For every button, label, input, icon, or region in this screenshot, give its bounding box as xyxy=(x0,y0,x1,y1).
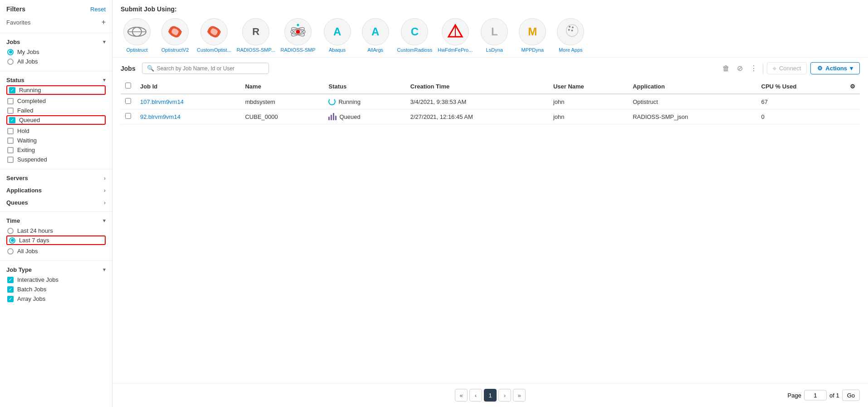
row-checkbox[interactable] xyxy=(125,113,131,119)
reset-button[interactable]: Reset xyxy=(90,6,106,13)
actions-button[interactable]: ⚙ Actions ▾ xyxy=(810,62,860,74)
go-button[interactable]: Go xyxy=(842,390,860,401)
job-id-link[interactable]: 92.blrvm9vm14 xyxy=(140,113,180,120)
select-all-checkbox[interactable] xyxy=(125,83,131,88)
app-mppdyna-label: MPPDyna xyxy=(521,47,544,53)
filter-waiting[interactable]: Waiting xyxy=(6,136,106,145)
page-1-button[interactable]: 1 xyxy=(484,389,497,402)
filter-batch-jobs[interactable]: Batch Jobs xyxy=(6,284,106,294)
filter-hold[interactable]: Hold xyxy=(6,126,106,136)
interactive-jobs-checkbox[interactable] xyxy=(7,277,14,283)
app-optistructv2[interactable]: OptistructV2 xyxy=(159,18,191,53)
th-select-all[interactable] xyxy=(121,79,136,94)
app-allargs[interactable]: A AllArgs xyxy=(359,18,392,53)
queues-section-row[interactable]: Queues › xyxy=(0,196,112,209)
last-24h-radio[interactable] xyxy=(7,228,14,234)
filter-failed[interactable]: Failed xyxy=(6,106,106,115)
last-page-button[interactable]: » xyxy=(513,389,526,402)
running-checkbox[interactable] xyxy=(9,87,15,93)
radioss-smp-icon xyxy=(289,23,307,40)
queued-checkbox[interactable] xyxy=(9,117,15,123)
jobs-section-header[interactable]: Jobs ▾ xyxy=(6,39,106,45)
filter-exiting[interactable]: Exiting xyxy=(6,145,106,155)
optistructv2-icon xyxy=(166,23,184,41)
app-more-apps[interactable]: More Apps xyxy=(554,18,587,53)
jobs-filter-section: Jobs ▾ My Jobs All Jobs xyxy=(0,36,112,68)
job-cpu: 67 xyxy=(757,94,846,109)
app-abaqus-label: Abaqus xyxy=(329,47,346,53)
more-options-button[interactable]: ⋮ xyxy=(748,62,759,74)
filter-last-24h[interactable]: Last 24 hours xyxy=(6,226,106,235)
job-name: mbdsystem xyxy=(240,94,324,109)
time-section-header[interactable]: Time ▾ xyxy=(6,217,106,224)
filter-my-jobs[interactable]: My Jobs xyxy=(6,47,106,57)
last-7days-radio[interactable] xyxy=(9,237,15,244)
my-jobs-radio[interactable] xyxy=(7,49,14,55)
sidebar: Filters Reset Favorites + Jobs ▾ My Jobs… xyxy=(0,0,112,407)
th-user-name: User Name xyxy=(549,79,628,94)
failed-checkbox[interactable] xyxy=(7,108,14,114)
app-optistruct[interactable]: Optistruct xyxy=(121,18,153,53)
customoptist-icon xyxy=(205,23,223,41)
optistruct-icon xyxy=(127,25,146,38)
filter-all-jobs[interactable]: All Jobs xyxy=(6,57,106,66)
app-optistruct-label: Optistruct xyxy=(126,47,147,53)
filter-suspended[interactable]: Suspended xyxy=(6,155,106,164)
batch-jobs-checkbox[interactable] xyxy=(7,286,14,293)
all-jobs-radio[interactable] xyxy=(7,59,14,65)
filter-array-jobs[interactable]: Array Jobs xyxy=(6,294,106,304)
app-radioss-smp[interactable]: RADIOSS-SMP xyxy=(281,18,316,53)
array-jobs-checkbox[interactable] xyxy=(7,296,14,302)
hold-checkbox[interactable] xyxy=(7,128,14,134)
suspended-checkbox[interactable] xyxy=(7,157,14,163)
add-favorite-button[interactable]: + xyxy=(102,18,106,26)
app-abaqus[interactable]: A Abaqus xyxy=(321,18,354,53)
job-type-section-header[interactable]: Job Type ▾ xyxy=(6,266,106,273)
connect-button[interactable]: ⎆ Connect xyxy=(767,62,807,74)
search-input[interactable] xyxy=(157,65,264,72)
svg-point-14 xyxy=(573,28,575,30)
page-label: Page xyxy=(788,392,801,399)
app-mppdyna[interactable]: M MPPDyna xyxy=(516,18,549,53)
all-jobs-time-radio[interactable] xyxy=(7,248,14,255)
app-allargs-label: AllArgs xyxy=(367,47,383,53)
exiting-checkbox[interactable] xyxy=(7,147,14,153)
first-page-button[interactable]: « xyxy=(455,389,468,402)
search-box[interactable]: 🔍 xyxy=(142,63,269,74)
th-settings[interactable]: ⚙ xyxy=(845,79,860,94)
servers-section-row[interactable]: Servers › xyxy=(0,172,112,184)
next-page-button[interactable]: › xyxy=(498,389,511,402)
app-hwfdm[interactable]: HwFdmFePro... xyxy=(438,18,473,53)
app-lsdyna[interactable]: L LsDyna xyxy=(478,18,511,53)
table-row: 107.blrvm9vm14mbdsystemRunning3/4/2021, … xyxy=(121,94,860,109)
filter-last-7days[interactable]: Last 7 days xyxy=(6,235,106,245)
job-settings xyxy=(845,94,860,109)
hwfdm-icon xyxy=(447,23,464,40)
abaqus-letter: A xyxy=(333,25,341,38)
app-customradioss[interactable]: C CustomRadioss xyxy=(397,18,433,53)
completed-checkbox[interactable] xyxy=(7,98,14,104)
page-input[interactable] xyxy=(804,390,827,401)
filter-running[interactable]: Running xyxy=(6,85,106,95)
connect-icon: ⎆ xyxy=(773,65,776,72)
filter-interactive-jobs[interactable]: Interactive Jobs xyxy=(6,275,106,284)
row-checkbox[interactable] xyxy=(125,98,131,104)
th-name: Name xyxy=(240,79,324,94)
waiting-checkbox[interactable] xyxy=(7,137,14,144)
svg-point-7 xyxy=(297,24,299,26)
filter-all-jobs-time[interactable]: All Jobs xyxy=(6,246,106,256)
app-radioss-smp-dots[interactable]: R RADIOSS-SMP... xyxy=(237,18,275,53)
customradioss-letter: C xyxy=(411,25,419,38)
filter-completed[interactable]: Completed xyxy=(6,96,106,106)
app-customoptist[interactable]: CustomOptist... xyxy=(197,18,231,53)
lsdyna-letter: L xyxy=(491,25,498,38)
filter-queued[interactable]: Queued xyxy=(6,115,106,125)
running-spinner-icon xyxy=(328,98,336,105)
delete-button[interactable]: 🗑 xyxy=(721,63,731,74)
cancel-button[interactable]: ⊘ xyxy=(735,62,745,74)
job-id-link[interactable]: 107.blrvm9vm14 xyxy=(140,98,184,105)
status-section-header[interactable]: Status ▾ xyxy=(6,77,106,83)
applications-section-row[interactable]: Applications › xyxy=(0,184,112,196)
prev-page-button[interactable]: ‹ xyxy=(469,389,482,402)
pagination-right: Page of 1 Go xyxy=(788,390,860,401)
